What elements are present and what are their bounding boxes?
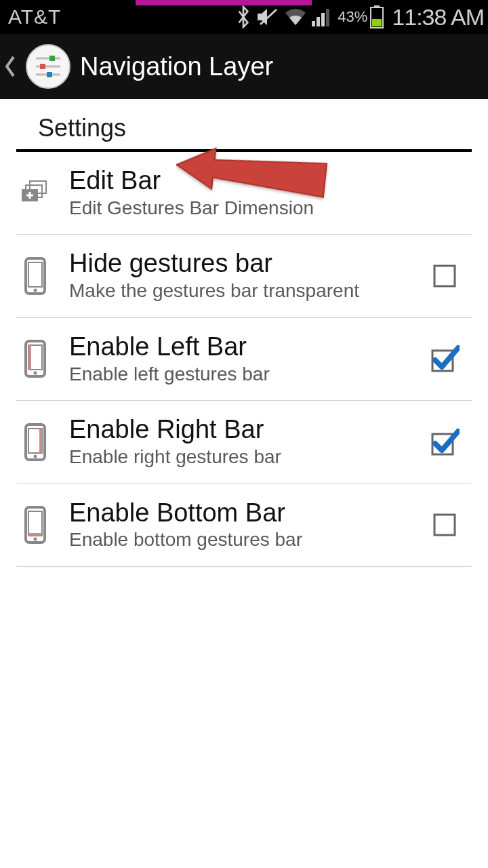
row-subtitle: Make the gestures bar transparent	[69, 279, 415, 302]
svg-rect-34	[28, 511, 42, 536]
mute-icon	[256, 7, 279, 27]
row-hide-gestures-bar[interactable]: Hide gestures bar Make the gestures bar …	[16, 235, 472, 317]
checkbox-checked[interactable]	[430, 427, 460, 457]
bluetooth-icon	[235, 5, 252, 28]
row-title: Hide gestures bar	[69, 250, 415, 278]
svg-rect-30	[39, 429, 42, 453]
app-icon	[26, 44, 70, 89]
stack-plus-icon	[16, 174, 54, 212]
svg-rect-25	[28, 345, 31, 370]
section-header: Settings	[16, 99, 472, 152]
svg-point-21	[34, 289, 37, 292]
svg-rect-37	[434, 515, 455, 535]
phone-left-icon	[16, 340, 54, 378]
svg-rect-11	[49, 56, 55, 61]
svg-rect-12	[40, 64, 45, 69]
clock: 11:38 AM	[392, 4, 484, 31]
row-enable-bottom-bar[interactable]: Enable Bottom Bar Enable bottom gestures…	[16, 484, 472, 567]
phone-bottom-icon	[16, 506, 54, 544]
svg-point-31	[34, 454, 37, 458]
row-title: Enable Left Bar	[69, 333, 415, 361]
phone-right-icon	[16, 423, 54, 461]
checkbox-unchecked[interactable]	[430, 510, 460, 540]
status-bar: AT&T	[0, 0, 488, 34]
row-subtitle: Edit Gestures Bar Dimension	[69, 197, 460, 220]
row-edit-bar[interactable]: Edit Bar Edit Gestures Bar Dimension	[16, 152, 472, 235]
svg-point-36	[34, 538, 37, 541]
row-subtitle: Enable bottom gestures bar	[69, 528, 415, 551]
settings-list: Edit Bar Edit Gestures Bar Dimension Hid…	[0, 152, 488, 567]
row-title: Enable Right Bar	[69, 416, 415, 444]
svg-rect-20	[28, 262, 42, 287]
page-title: Navigation Layer	[80, 52, 273, 81]
battery-percent: 43%	[338, 8, 367, 26]
checkbox-checked[interactable]	[430, 344, 460, 374]
carrier-label: AT&T	[8, 5, 61, 28]
row-subtitle: Enable right gestures bar	[69, 446, 415, 469]
svg-rect-4	[326, 9, 329, 26]
cell-signal-icon	[312, 7, 333, 26]
checkbox-unchecked[interactable]	[430, 261, 460, 291]
svg-rect-3	[321, 13, 325, 26]
row-title: Edit Bar	[69, 167, 460, 195]
svg-rect-2	[317, 17, 320, 26]
svg-rect-1	[312, 21, 315, 26]
phone-icon	[16, 257, 54, 295]
row-enable-right-bar[interactable]: Enable Right Bar Enable right gestures b…	[16, 401, 472, 484]
row-title: Enable Bottom Bar	[69, 499, 415, 528]
row-subtitle: Enable left gestures bar	[69, 363, 415, 386]
svg-rect-35	[28, 533, 42, 536]
row-enable-left-bar[interactable]: Enable Left Bar Enable left gestures bar	[16, 318, 472, 401]
battery-icon	[370, 5, 384, 28]
svg-point-26	[34, 372, 37, 375]
svg-rect-22	[434, 266, 455, 286]
svg-rect-13	[47, 72, 52, 77]
wifi-icon	[283, 7, 308, 26]
action-bar[interactable]: Navigation Layer	[0, 34, 488, 99]
back-icon[interactable]	[4, 54, 16, 79]
svg-rect-7	[372, 19, 382, 26]
notification-indicator	[136, 0, 312, 5]
